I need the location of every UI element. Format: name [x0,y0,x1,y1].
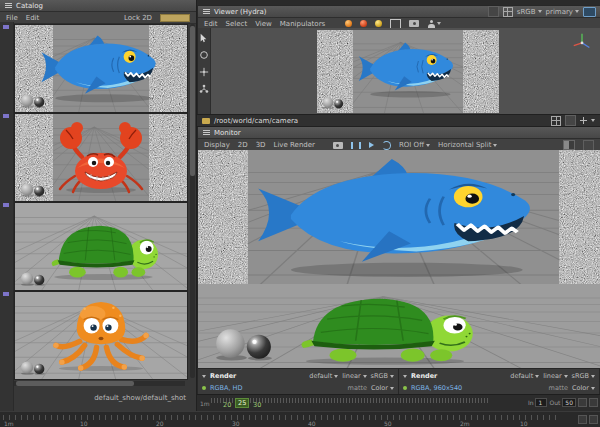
script-badge[interactable] [160,14,190,22]
view-select[interactable]: Color [572,384,595,392]
viewer-viewport[interactable] [211,28,600,115]
person-select[interactable] [427,20,441,28]
colorspace-select[interactable]: sRGB [572,372,595,380]
current-frame-indicator[interactable]: 25 [235,398,249,408]
display-icon[interactable] [583,7,596,17]
split-value: Horizontal Split [438,141,492,149]
in-field[interactable]: 1 [535,398,547,407]
menu-edit[interactable]: Edit [26,14,40,22]
select-cursor-icon[interactable] [199,33,209,43]
menu-select[interactable]: Select [226,20,248,28]
menu-display[interactable]: Display [204,141,230,149]
monitor-timeline[interactable]: 1m 20 25 30 In 1 Out 50 [197,394,600,412]
catalog-item-crab[interactable] [14,113,188,202]
chevron-down-icon[interactable] [403,375,407,378]
catalog-item-shark[interactable] [14,24,188,113]
lock-2d-toggle[interactable]: Lock 2D [124,14,152,22]
grid-toggle-icon[interactable] [503,7,513,17]
frame-icon[interactable] [390,19,401,29]
preset-select[interactable]: default [510,372,539,380]
view-value: Color [572,384,589,392]
snapshot-icon[interactable] [488,6,499,17]
colorspace-select[interactable]: sRGB [371,372,394,380]
noise-right [463,30,499,113]
chevron-down-icon [390,375,394,378]
katana-window: Catalog File Edit Lock 2D [0,0,600,427]
chevron-down-icon [591,387,595,390]
expand-icon[interactable] [565,115,576,126]
snapshot-icon[interactable] [333,142,343,149]
loop-icon[interactable] [382,141,391,150]
reference-spheres [20,271,50,286]
menu-2d[interactable]: 2D [238,141,248,149]
panel-menu-icon[interactable] [5,5,12,6]
menu-manipulators[interactable]: Manipulators [280,20,325,28]
chevron-down-icon [538,10,542,13]
viewer-titlebar[interactable]: Viewer (Hydra) sRGB primary [198,6,600,18]
menu-3d[interactable]: 3D [256,141,266,149]
play-icon[interactable] [369,142,374,148]
transfer-select[interactable]: linear [342,372,366,380]
wipe-compare-icon[interactable] [563,140,575,150]
pause-icon[interactable] [351,142,361,149]
monitor-title: Monitor [214,129,241,137]
translate-tool-icon[interactable] [199,67,209,77]
monitor-titlebar[interactable]: Monitor [198,127,600,139]
menu-edit[interactable]: Edit [204,20,218,28]
chevron-down-icon[interactable] [202,375,206,378]
timeline-option-button[interactable] [589,398,598,407]
chevron-down-icon[interactable] [591,119,595,122]
scrollbar-thumb[interactable] [190,26,195,176]
catalog-vertical-scrollbar[interactable] [190,24,195,378]
transfer-select[interactable]: linear [543,372,567,380]
timebar-option-button[interactable] [589,415,598,424]
monitor-panel: Monitor Display 2D 3D Live Render ROI Of… [197,127,600,394]
render-name: Render [411,372,437,380]
chevron-down-icon [493,144,497,147]
chevron-down-icon [390,387,394,390]
settings-icon[interactable] [583,140,594,151]
channels-label: RGBA, 960x540 [411,384,462,392]
out-label: Out [549,399,560,406]
monitor-viewport-bottom[interactable] [198,284,600,368]
timeline-option-button[interactable] [578,398,587,407]
grid-icon[interactable] [551,116,561,126]
scrollbar-thumb[interactable] [16,381,134,386]
layer-label[interactable]: matte [348,384,367,392]
location-icon [202,118,210,124]
roi-select[interactable]: ROI Off [399,141,430,149]
add-icon[interactable] [580,117,587,124]
timebar-option-button[interactable] [578,415,587,424]
catalog-titlebar[interactable]: Catalog [0,0,196,12]
preset-select[interactable]: default [309,372,338,380]
catalog-item-turtle[interactable] [14,202,188,291]
viewer-target-select[interactable]: primary [546,8,579,16]
slot-marker[interactable] [3,25,9,29]
catalog-horizontal-scrollbar[interactable] [14,381,185,386]
view-select[interactable]: Color [371,384,394,392]
viewer-colorspace-select[interactable]: sRGB [517,8,542,16]
camera-icon[interactable] [409,20,419,27]
slot-marker[interactable] [3,114,9,118]
menu-live-render[interactable]: Live Render [274,141,315,149]
light-mode-icon[interactable] [375,20,382,27]
slot-marker[interactable] [3,203,9,207]
scenegraph-path[interactable]: /root/world/cam/camera [214,117,298,125]
monitor-viewport-top[interactable] [198,150,600,284]
layer-label[interactable]: matte [549,384,568,392]
global-timebar[interactable]: 1m 10 20 30 40 50 2m 10 [0,411,600,427]
menu-file[interactable]: File [6,14,18,22]
slot-marker[interactable] [3,292,9,296]
menu-view[interactable]: View [255,20,272,28]
lasso-tool-icon[interactable] [199,50,209,60]
split-select[interactable]: Horizontal Split [438,141,498,149]
catalog-item-octopus[interactable] [14,291,188,380]
channels-label: RGBA, HD [210,384,242,392]
shaded-mode-icon[interactable] [345,20,352,27]
material-mode-icon[interactable] [360,20,367,27]
scenegraph-path-bar[interactable]: /root/world/cam/camera [197,114,600,127]
panel-menu-icon[interactable] [203,11,210,12]
hierarchy-tool-icon[interactable] [199,84,209,94]
panel-menu-icon[interactable] [203,132,210,133]
out-field[interactable]: 50 [562,398,576,407]
